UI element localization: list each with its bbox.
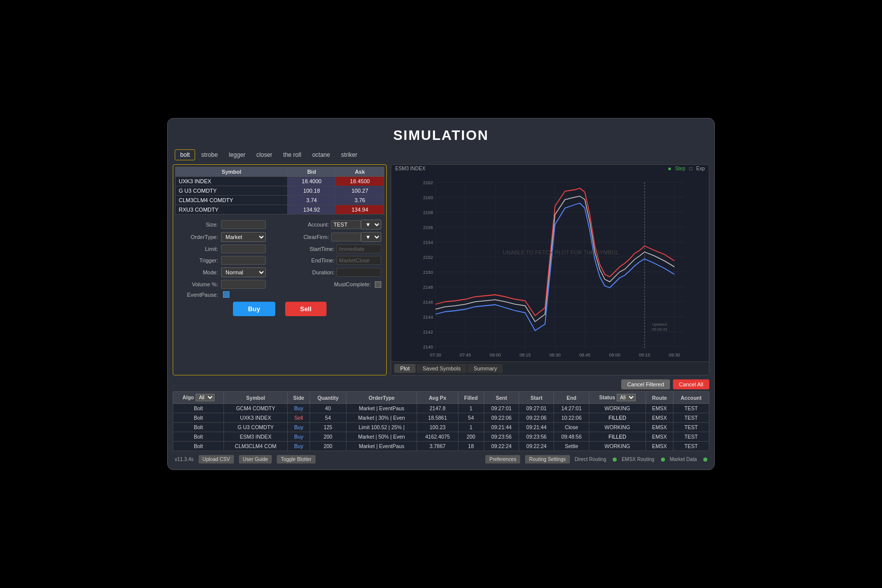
market-data-dot [703,458,707,462]
form-row-limit: Limit: StartTime: [178,244,381,253]
svg-text:2148: 2148 [423,285,433,290]
buy-button[interactable]: Buy [233,302,275,316]
order-buttons: Buy Sell [178,302,381,316]
status-filter[interactable]: All [617,394,636,401]
col-filled: Filled [458,392,484,404]
tab-strobe[interactable]: strobe [196,149,222,160]
blotter-cell: 09:48:56 [554,432,589,442]
blotter-cell: EMSX [646,442,673,451]
col-ask: Ask [335,167,384,177]
blotter-cell: 100.23 [417,423,458,432]
ask-price: 100.27 [335,186,384,196]
svg-text:2158: 2158 [423,210,433,215]
svg-text:2156: 2156 [423,225,433,230]
table-row[interactable]: RXU3 COMDTY 134.92 134.94 [176,205,384,215]
limit-input[interactable] [221,244,266,253]
blotter-cell: 1 [458,404,484,413]
col-side: Side [288,392,310,404]
account-dropdown[interactable]: ▼ [361,220,381,230]
svg-text:Updated: Updated [652,322,667,327]
blotter-cell: 09:23:56 [484,432,519,442]
trigger-label: Trigger: [178,257,218,263]
exp-label: Exp [696,166,705,171]
table-row[interactable]: BoltGCM4 COMDTYBuy40Market | EventPaus21… [173,404,709,413]
preferences-button[interactable]: Preferences [485,455,520,464]
trigger-input[interactable] [221,256,266,265]
upload-csv-button[interactable]: Upload CSV [199,455,234,464]
blotter-cell: 2147.8 [417,404,458,413]
toggle-blotter-button[interactable]: Toggle Blotter [277,455,315,464]
blotter-cell: WORKING [589,404,646,413]
chart-tab-bar: Plot Saved Symbols Summary [391,361,709,375]
clearfirm-input[interactable] [331,233,361,241]
chart-tab-summary[interactable]: Summary [467,364,503,373]
col-account: Account [673,392,709,404]
order-form: Size: Account: ▼ OrderType: Market Limit [175,218,384,318]
tab-bolt[interactable]: bolt [175,149,195,160]
starttime-input[interactable] [336,244,381,253]
table-row[interactable]: BoltESM3 INDEXBuy200Market | 50% | Even4… [173,432,709,442]
blotter-cell: 09:27:01 [519,404,554,413]
tab-closer[interactable]: closer [251,149,277,160]
table-row[interactable]: UXK3 INDEX 18.4000 18.4500 [176,177,384,186]
blotter-cell: Limit 100.52 | 25% | [346,423,417,432]
col-ordertype: OrderType [346,392,417,404]
table-row[interactable]: CLM3CLM4 COMDTY 3.74 3.76 [176,196,384,205]
blotter-cell: Market | EventPaus [346,404,417,413]
chart-tab-plot[interactable]: Plot [394,364,416,373]
size-input[interactable] [221,220,266,229]
table-row[interactable]: G U3 COMDTY 100.18 100.27 [176,186,384,196]
tab-octane[interactable]: octane [307,149,335,160]
mode-select[interactable]: Normal Aggressive [221,267,266,277]
blotter-cell: 09:22:24 [519,442,554,451]
algo-filter[interactable]: All [196,394,215,401]
mode-label: Mode: [178,269,218,275]
table-row[interactable]: BoltG U3 COMDTYBuy125Limit 100.52 | 25% … [173,423,709,432]
svg-text:2144: 2144 [423,315,433,320]
col-quantity: Quantity [310,392,346,404]
clearfirm-label: ClearFirm: [304,234,329,240]
blotter-cell: FILLED [589,432,646,442]
main-container: SIMULATION bolt strobe legger closer the… [167,118,715,470]
svg-text:2146: 2146 [423,300,433,305]
account-input[interactable] [331,220,361,229]
blotter-cell: TEST [673,404,709,413]
eventpause-checkbox[interactable] [223,291,229,298]
blotter-cell: 09:22:24 [484,442,519,451]
blotter-cell: CLM3CLM4 COM [224,442,288,451]
tab-the-roll[interactable]: the roll [278,149,306,160]
table-row[interactable]: BoltUXK3 INDEXSell54Market | 30% | Even1… [173,413,709,423]
volume-input[interactable] [221,280,266,289]
mustcomplete-checkbox[interactable] [375,281,381,288]
duration-input[interactable] [336,268,381,277]
blotter-cell: Bolt [173,432,224,442]
sell-button[interactable]: Sell [285,302,327,316]
svg-text:2162: 2162 [423,180,433,185]
blotter-cell: WORKING [589,423,646,432]
tab-striker[interactable]: striker [336,149,362,160]
form-row-volume: Volume %: MustComplete: [178,280,381,289]
blotter-cell: 4162.4075 [417,432,458,442]
ordertype-select[interactable]: Market Limit [221,232,266,242]
symbol-name: RXU3 COMDTY [176,205,288,215]
cancel-filtered-button[interactable]: Cancel Filtered [621,379,670,389]
blotter-cell: GCM4 COMDTY [224,404,288,413]
blotter-cell: Market | 30% | Even [346,413,417,423]
volume-label: Volume %: [178,281,218,287]
form-row-size: Size: Account: ▼ [178,220,381,230]
endtime-input[interactable] [336,256,381,265]
cancel-all-button[interactable]: Cancel All [673,379,709,389]
chart-tab-saved-symbols[interactable]: Saved Symbols [417,364,466,373]
blotter-cell: EMSX [646,423,673,432]
tab-bar: bolt strobe legger closer the roll octan… [173,149,709,160]
table-row[interactable]: BoltCLM3CLM4 COMBuy200Market | EventPaus… [173,442,709,451]
blotter-cell: 09:23:56 [519,432,554,442]
chart-legend: ■Step □Exp [668,166,705,171]
direct-routing-label: Direct Routing [575,457,606,462]
blotter-cell: 09:22:06 [484,413,519,423]
form-row-eventpause: EventPause: [178,291,381,298]
user-guide-button[interactable]: User Guide [239,455,272,464]
clearfirm-dropdown[interactable]: ▼ [361,232,381,242]
tab-legger[interactable]: legger [224,149,250,160]
routing-settings-button[interactable]: Routing Settings [525,455,569,464]
